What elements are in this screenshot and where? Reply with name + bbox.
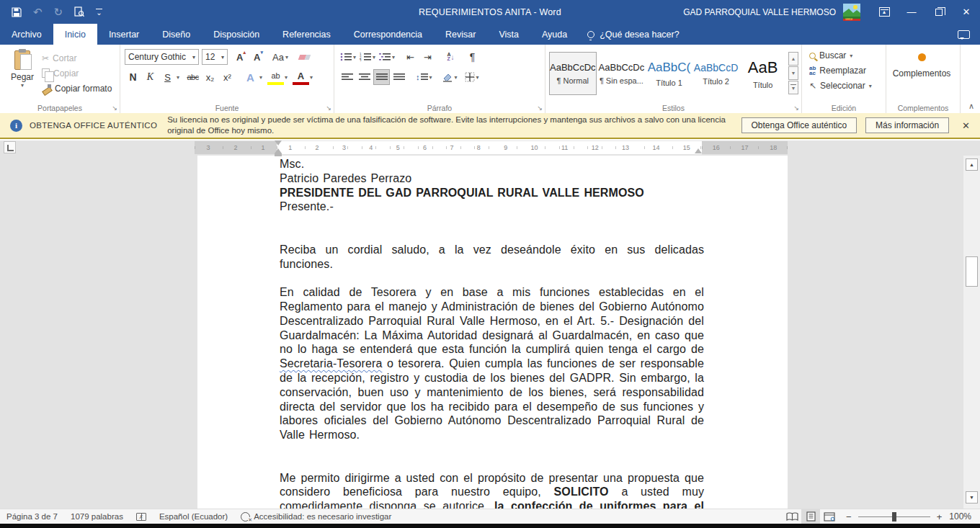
tab-selector[interactable] [4, 141, 16, 153]
replace-button[interactable]: abac Reemplazar [809, 63, 878, 78]
tab-referencias[interactable]: Referencias [271, 24, 342, 45]
font-color-button[interactable]: A [293, 69, 309, 85]
tab-insertar[interactable]: Insertar [97, 24, 151, 45]
cut-button[interactable]: ✂ Cortar [42, 52, 112, 64]
text-effects-dropdown-icon[interactable]: ▾ [259, 74, 262, 81]
shading-button[interactable]: ▾ [441, 69, 459, 85]
print-preview-icon[interactable] [74, 6, 84, 17]
style-normal[interactable]: AaBbCcDc ¶ Normal [549, 52, 597, 95]
zoom-in-icon[interactable]: + [937, 511, 943, 522]
minimize-button[interactable]: — [898, 0, 925, 24]
align-center-button[interactable] [356, 69, 373, 85]
style-titulo-1[interactable]: AaBbC( Título 1 [646, 52, 692, 95]
zoom-out-icon[interactable]: − [846, 511, 852, 522]
styles-more-icon[interactable]: ▼ [788, 81, 798, 94]
comments-icon[interactable] [958, 30, 970, 39]
font-size-dropdown-icon[interactable]: ▾ [221, 54, 224, 61]
parrafo-dialog-launcher-icon[interactable]: ↘ [537, 104, 543, 112]
font-size-combobox[interactable]: 12 ▾ [202, 49, 228, 65]
clear-formatting-button[interactable] [296, 49, 313, 65]
read-mode-button[interactable] [783, 509, 801, 524]
customize-qat-icon[interactable]: ⌄ [96, 9, 102, 16]
account-avatar[interactable]: VERDE [843, 4, 860, 21]
close-button[interactable]: ✕ [953, 0, 980, 24]
increase-indent-button[interactable]: ⇥ [419, 49, 436, 65]
copy-button[interactable]: Copiar [42, 67, 112, 79]
select-button[interactable]: ↖ Seleccionar ▾ [809, 79, 878, 93]
justify-button[interactable] [391, 69, 407, 85]
scroll-down-icon[interactable]: ▼ [966, 491, 978, 504]
tab-ayuda[interactable]: Ayuda [530, 24, 579, 45]
change-case-button[interactable]: Aa▾ [271, 49, 290, 65]
highlight-color-button[interactable]: ab [267, 69, 284, 85]
font-color-dropdown-icon[interactable]: ▾ [310, 74, 313, 81]
accessibility-status[interactable]: Accesibilidad: es necesario investigar [234, 509, 398, 524]
find-button[interactable]: Buscar ▾ [809, 48, 878, 63]
first-line-indent-marker[interactable] [275, 140, 282, 146]
collapse-ribbon-icon[interactable]: ∧ [968, 102, 974, 111]
format-painter-button[interactable]: Copiar formato [42, 82, 112, 94]
zoom-slider[interactable] [858, 516, 930, 517]
highlight-dropdown-icon[interactable]: ▾ [285, 74, 288, 81]
font-name-combobox[interactable]: Century Gothic ▾ [125, 49, 199, 65]
multilevel-list-button[interactable]: ▾ [378, 49, 396, 65]
decrease-indent-button[interactable]: ⇤ [402, 49, 419, 65]
styles-scroll-up-icon[interactable]: ▲ [788, 52, 798, 66]
account-name[interactable]: GAD PARROQUIAL VALLE HERMOSO [683, 7, 836, 17]
more-info-button[interactable]: Más información [865, 117, 949, 133]
page-number-status[interactable]: Página 3 de 7 [0, 509, 64, 524]
tab-disposicion[interactable]: Disposición [202, 24, 271, 45]
bold-button[interactable]: N [125, 69, 141, 85]
banner-close-icon[interactable]: ✕ [962, 120, 970, 131]
superscript-button[interactable]: x² [219, 69, 236, 85]
estilos-dialog-launcher-icon[interactable]: ↘ [793, 104, 799, 112]
get-genuine-office-button[interactable]: Obtenga Office auténtico [741, 117, 858, 133]
styles-scroll-down-icon[interactable]: ▼ [788, 66, 798, 80]
document-text[interactable]: Msc. Patricio Paredes Perrazo PRESIDENTE… [280, 157, 704, 509]
fuente-dialog-launcher-icon[interactable]: ↘ [326, 104, 331, 112]
underline-dropdown-icon[interactable]: ▾ [177, 74, 179, 81]
style-sin-espaciado[interactable]: AaBbCcDc ¶ Sin espa... [598, 52, 646, 95]
language-status[interactable]: Español (Ecuador) [153, 509, 234, 524]
zoom-percentage[interactable]: 100% [949, 511, 980, 522]
italic-button[interactable]: K [142, 69, 159, 85]
scrollbar-thumb[interactable] [966, 256, 978, 287]
borders-button[interactable]: ▾ [463, 69, 481, 85]
text-effects-button[interactable]: A [242, 69, 259, 85]
paste-dropdown-icon[interactable]: ▾ [21, 82, 24, 89]
vertical-scrollbar[interactable]: ▲ ▼ [963, 156, 980, 509]
tell-me-box[interactable]: ¿Qué desea hacer? [579, 24, 688, 45]
tab-inicio[interactable]: Inicio [53, 24, 97, 45]
font-name-dropdown-icon[interactable]: ▾ [192, 54, 195, 61]
shrink-font-button[interactable]: A [250, 49, 267, 65]
sort-button[interactable]: AZ↓ [442, 49, 459, 65]
proofing-status[interactable]: ✗ [130, 509, 153, 524]
undo-icon[interactable]: ↶ [33, 6, 43, 19]
word-count-status[interactable]: 1079 palabras [64, 509, 130, 524]
scroll-up-icon[interactable]: ▲ [966, 158, 978, 171]
redo-icon[interactable]: ↻ [54, 6, 63, 19]
complementos-button[interactable]: Complementos [889, 48, 954, 79]
show-paragraph-marks-button[interactable]: ¶ [464, 49, 481, 65]
align-right-button[interactable] [373, 69, 390, 85]
tab-diseno[interactable]: Diseño [151, 24, 202, 45]
line-spacing-button[interactable]: ↕▾ [414, 69, 434, 85]
tab-vista[interactable]: Vista [487, 24, 530, 45]
align-left-button[interactable] [339, 69, 355, 85]
strikethrough-button[interactable]: abc [184, 69, 201, 85]
paste-button[interactable]: Pegar ▾ [3, 48, 42, 94]
hanging-indent-marker[interactable] [275, 148, 282, 153]
grow-font-button[interactable]: A [233, 49, 249, 65]
document-page[interactable]: Msc. Patricio Paredes Perrazo PRESIDENTE… [197, 156, 788, 509]
style-titulo-2[interactable]: AaBbCcD Título 2 [693, 52, 739, 95]
underline-button[interactable]: S [159, 69, 176, 85]
left-indent-marker[interactable] [275, 153, 282, 156]
restore-button[interactable] [925, 0, 953, 24]
tab-revisar[interactable]: Revisar [434, 24, 487, 45]
portapapeles-dialog-launcher-icon[interactable]: ↘ [112, 104, 117, 112]
ribbon-display-options-icon[interactable]: ▴ [870, 0, 898, 24]
save-icon[interactable] [12, 7, 22, 17]
right-indent-marker[interactable] [695, 148, 702, 153]
zoom-slider-thumb[interactable] [892, 512, 896, 522]
web-layout-button[interactable] [820, 509, 839, 524]
